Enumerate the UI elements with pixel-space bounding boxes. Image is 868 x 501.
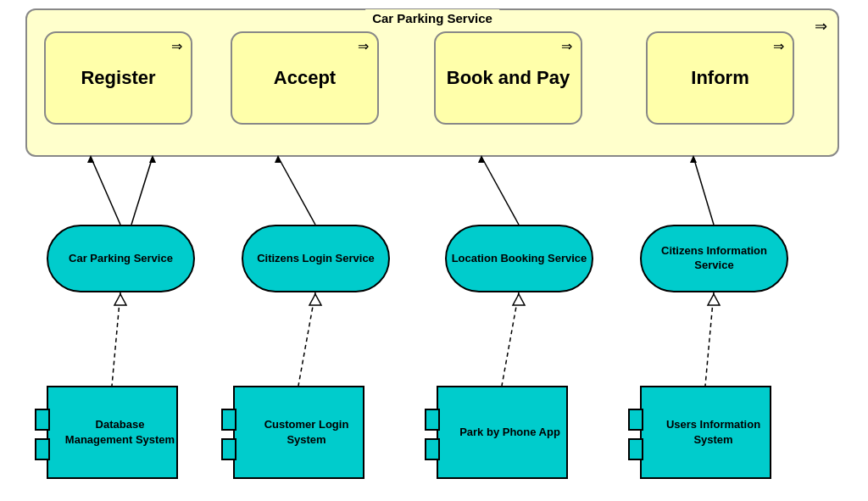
component-users-info: Users Information System	[640, 386, 771, 479]
svg-line-6	[481, 157, 519, 225]
component-park-phone: Park by Phone App	[437, 386, 568, 479]
svg-marker-13	[309, 294, 321, 305]
component-database: Database Management System	[47, 386, 178, 479]
citizens-info-label: Citizens Information Service	[642, 241, 787, 276]
service-location-booking: Location Booking Service	[445, 225, 593, 292]
accept-label: Accept	[274, 67, 336, 89]
users-info-label: Users Information System	[657, 417, 770, 448]
func-accept-box: ⇒ Accept	[231, 31, 379, 125]
diagram-container: Car Parking Service ⇒ ⇒ Register ⇒ Accep…	[0, 0, 868, 501]
location-booking-label: Location Booking Service	[448, 248, 591, 270]
svg-line-10	[112, 292, 120, 386]
func-register-box: ⇒ Register	[44, 31, 192, 125]
inform-arrow: ⇒	[773, 38, 784, 54]
outer-box-title: Car Parking Service	[365, 9, 499, 27]
component-customer-login: Customer Login System	[233, 386, 364, 479]
citizens-login-label: Citizens Login Service	[253, 248, 378, 270]
svg-line-2	[131, 157, 153, 225]
register-label: Register	[81, 67, 155, 89]
accept-arrow: ⇒	[358, 38, 369, 54]
bookpay-label: Book and Pay	[447, 67, 570, 89]
outer-service-box: Car Parking Service ⇒ ⇒ Register ⇒ Accep…	[25, 8, 839, 157]
inform-label: Inform	[691, 67, 748, 89]
svg-line-14	[502, 292, 519, 386]
svg-marker-17	[708, 294, 720, 305]
svg-line-12	[298, 292, 315, 386]
svg-line-16	[705, 292, 714, 386]
svg-marker-15	[513, 294, 525, 305]
register-arrow: ⇒	[171, 38, 182, 54]
svg-line-8	[693, 157, 714, 225]
service-citizens-login: Citizens Login Service	[242, 225, 390, 292]
svg-line-0	[91, 157, 120, 225]
func-bookpay-box: ⇒ Book and Pay	[434, 31, 582, 125]
svg-line-4	[278, 157, 315, 225]
customer-login-label: Customer Login System	[250, 417, 363, 448]
bookpay-arrow: ⇒	[561, 38, 572, 54]
park-phone-label: Park by Phone App	[459, 425, 560, 440]
svg-marker-11	[114, 294, 126, 305]
service-citizens-info: Citizens Information Service	[640, 225, 788, 292]
outer-box-arrow: ⇒	[815, 17, 827, 36]
service-car-parking: Car Parking Service	[47, 225, 195, 292]
car-parking-label: Car Parking Service	[65, 248, 176, 270]
func-inform-box: ⇒ Inform	[646, 31, 794, 125]
database-label: Database Management System	[64, 417, 176, 448]
